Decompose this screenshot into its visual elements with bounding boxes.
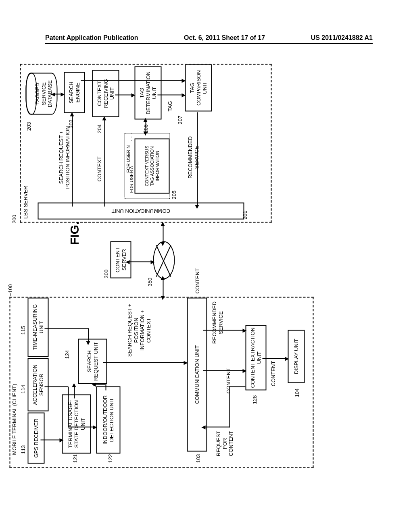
assoc-user-n: FOR USER N (126, 145, 131, 173)
ellipsis-icon: ··· (127, 131, 136, 141)
time-ref: 115 (20, 326, 27, 335)
tag-comparison: TAG COMPARISON UNIT (185, 64, 212, 112)
accel-sensor: ACCELERATION SENSOR (28, 358, 49, 411)
search-engine: SEARCH ENGINE (64, 72, 85, 113)
time-unit: TIME-MEASURING UNIT (28, 298, 49, 357)
arrow-content-disp: CONTENT (270, 361, 277, 387)
network-ref: 350 (147, 278, 153, 287)
server-comm: COMMUNICATION UNIT (38, 203, 244, 220)
server-comm-ref: 201 (242, 211, 248, 220)
server-ref: 200 (11, 215, 18, 224)
arrow-request-content: REQUEST FOR CONTENT (215, 428, 234, 460)
server-title: LBS SERVER (23, 186, 29, 218)
header-center: Oct. 6, 2011 Sheet 17 of 17 (184, 34, 265, 42)
indoor-outdoor-ref: 122 (107, 454, 114, 463)
content-extraction: CONTENT EXTRACTION UNIT (246, 325, 267, 391)
gps-ref: 113 (20, 445, 27, 454)
client-ref: ~100 (7, 284, 14, 296)
terminal-usage-ref: 121 (72, 454, 79, 463)
arrow-search-pos: SEARCH REQUEST + POSITION INFORMATION (58, 121, 71, 194)
assoc-ref: 205 (171, 191, 177, 200)
header-left: Patent Application Publication (45, 34, 138, 42)
arrow-rec-service: RECOMMENDED SERVICE (211, 299, 224, 347)
display-unit: DISPLAY UNIT (288, 330, 305, 383)
comm-ref: 103 (195, 454, 202, 463)
tagged-db-ref: 203 (26, 122, 32, 131)
arrow-tag: TAG (167, 101, 173, 112)
arrow-context: CONTEXT (96, 156, 103, 181)
extraction-ref: 128 (252, 395, 258, 404)
arrow-content-right: CONTENT (194, 268, 201, 294)
arrow-content-down: CONTENT (225, 368, 232, 394)
tag-determination: TAG DETERMINATION UNIT (135, 66, 162, 120)
client-title: MOBILE TERMINAL (CLIENT) (11, 375, 18, 464)
assoc-user-a: FOR USER A CONTEXT VERSUS TAG ASSOCIATIO… (135, 139, 170, 194)
search-req-ref: 124 (64, 350, 71, 359)
tag-comp-ref: 207 (177, 116, 184, 125)
client-group (10, 297, 314, 468)
gps-receiver: GPS RECEIVER (28, 413, 45, 464)
indoor-outdoor: INDOOR/OUTDOOR DETECTION UNIT (96, 387, 121, 454)
context-recv-ref: 204 (96, 125, 103, 133)
accel-ref: 114 (20, 385, 27, 394)
header-right: US 2011/0241882 A1 (311, 34, 373, 42)
search-request-unit: SEARCH REQUEST UNIT (78, 339, 107, 384)
content-server: CONTENT SERVER (111, 241, 131, 278)
arrow-search-context: SEARCH REQUEST + POSITION INFORMATION + … (127, 300, 152, 361)
display-ref: 104 (294, 389, 300, 397)
system-diagram: MOBILE TERMINAL (CLIENT) ~100 113 GPS RE… (6, 65, 316, 468)
terminal-usage: TERMINAL USAGE-STATE DETECTION UNIT (62, 395, 91, 454)
arrow-rec-service-server: RECOMMENDED SERVICE (187, 129, 200, 186)
content-server-ref: 300 (103, 270, 110, 278)
context-receiving: CONTEXT RECEIVING UNIT (92, 70, 119, 117)
